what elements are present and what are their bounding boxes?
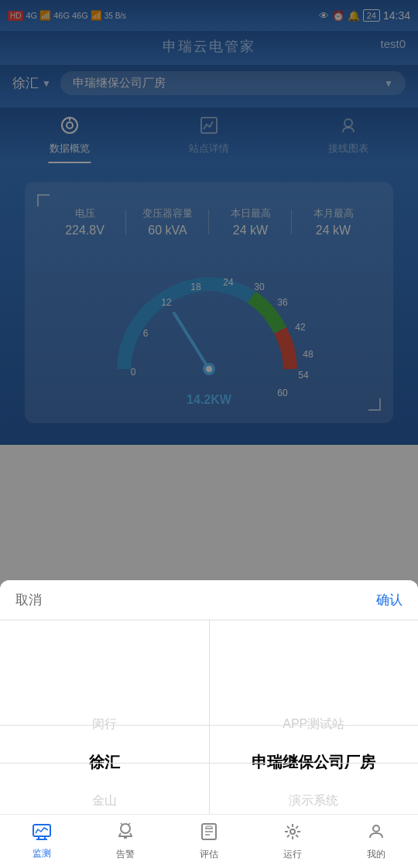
list-item[interactable]: 申瑞继保公司厂房 — [210, 742, 419, 782]
svg-rect-32 — [206, 826, 212, 829]
svg-line-40 — [287, 835, 290, 837]
bottom-tab-operation[interactable]: 运行 — [251, 822, 334, 861]
svg-point-24 — [121, 824, 130, 833]
svg-point-41 — [290, 829, 295, 834]
svg-line-39 — [296, 825, 298, 828]
monitor-icon — [32, 823, 52, 845]
picker-toolbar: 取消 确认 — [0, 580, 418, 620]
svg-line-26 — [128, 823, 130, 825]
list-item[interactable]: 闵行 — [0, 706, 209, 742]
bottom-tab-alarm-label: 告警 — [116, 848, 135, 861]
bottom-tab-mine[interactable]: 我的 — [334, 822, 418, 861]
confirm-button[interactable]: 确认 — [376, 591, 403, 609]
cancel-button[interactable]: 取消 — [15, 591, 42, 609]
evaluate-icon — [200, 822, 218, 846]
list-item[interactable]: 徐汇 — [0, 742, 209, 782]
alarm-tab-icon — [116, 822, 135, 846]
bottom-tab-monitor[interactable]: 监测 — [0, 823, 84, 860]
bottom-tab-operation-label: 运行 — [283, 848, 302, 861]
list-item[interactable]: APP测试站 — [210, 706, 419, 742]
svg-line-25 — [121, 823, 122, 825]
svg-line-38 — [296, 835, 298, 837]
operation-icon — [283, 822, 302, 846]
mine-icon — [367, 822, 385, 846]
bottom-tab-monitor-label: 监测 — [33, 847, 51, 860]
bottom-tab-evaluate[interactable]: 评估 — [167, 822, 251, 861]
bottom-tab-mine-label: 我的 — [367, 848, 385, 861]
svg-line-37 — [287, 825, 290, 828]
svg-point-42 — [373, 825, 379, 832]
bottom-tab-bar: 监测 告警 评估 — [0, 814, 418, 868]
bottom-tab-evaluate-label: 评估 — [200, 848, 218, 861]
bottom-tab-alarm[interactable]: 告警 — [84, 822, 167, 861]
